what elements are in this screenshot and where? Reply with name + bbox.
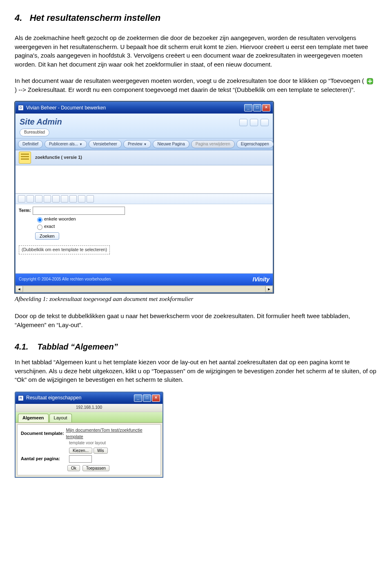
paragraph-2: In het document waar de resultaten weerg… [15,76,377,94]
eigenschappen-button[interactable]: Eigenschappen [236,140,274,149]
screenshot-resultaat-eigenschappen: R Resultaat eigenschappen _ □ × 192.168.… [15,392,163,478]
win2-close-button[interactable]: × [152,394,160,402]
help-icon[interactable] [261,119,269,126]
toepassen-button[interactable]: Toepassen [82,465,109,471]
zoeken-button[interactable]: Zoeken [35,232,59,240]
screenshot-vivian-beheer: D Vivian Beheer - Document bewerken _ □ … [15,101,274,293]
footer-bar: Copyright © 2004-2005 Alle rechten voorb… [16,274,273,285]
properties-panel: Document template: Mijn documenten/Tom t… [17,424,161,475]
tabstrip: Algemeen Layout [16,412,163,423]
plus-icon [367,78,373,85]
doc-template-label: Document template: [21,430,66,437]
paragraph-2a: In het document waar de resultaten weerg… [15,77,364,84]
subsection-heading: 4.1. Tabblad “Algemeen” [15,341,377,353]
canvas-top [16,165,273,194]
win2-maximize-button[interactable]: □ [143,394,151,402]
svg-rect-2 [368,81,372,82]
ok-button[interactable]: Ok [67,465,80,471]
rte-remove-icon[interactable] [27,195,34,203]
scroll-track[interactable] [23,286,265,292]
term-label: Term: [19,207,31,214]
paragraph-1: Als de zoekmachine heeft gezocht op de z… [15,33,377,69]
note-icon [19,151,31,164]
search-form: Term: enkele woorden exact Zoeken (Dubbe… [16,204,273,258]
wis-button[interactable]: Wis [94,448,108,454]
section-heading: 4. Het resultatenscherm instellen [15,11,377,25]
section-title-text: Het resultatenscherm instellen [30,13,160,23]
scroll-right-button[interactable]: ► [265,286,273,292]
rte-moveup-icon[interactable] [52,195,60,203]
minimize-button[interactable]: _ [244,104,252,111]
preview-button[interactable]: Preview▼ [123,140,151,149]
main-toolbar: Definitief Publiceren als...▼ Versiebehe… [16,138,273,151]
paragraph-4: In het tabblad “Algemeen kunt u het temp… [15,358,377,384]
breadcrumb[interactable]: Bureaublad [20,129,49,136]
nieuwe-pagina-button[interactable]: Nieuwe Pagina [153,140,189,149]
paragraph-3: Door op de tekst te dubbelklikken gaat u… [15,312,377,330]
ivinity-logo: IVinity [253,275,270,283]
doc-template-value: Mijn documenten/Tom test/zoekfunctie tem… [66,427,155,440]
window-title: Vivian Beheer - Document bewerken [26,105,106,111]
rte-undo-icon[interactable] [35,195,42,203]
editor-toolbar [16,194,273,204]
site-admin-logo: Site Admin [20,116,269,128]
publiceren-button[interactable]: Publiceren als...▼ [45,140,87,149]
tab-algemeen[interactable]: Algemeen [18,414,49,422]
radio-exact-label: exact [44,223,55,230]
dblclick-placeholder[interactable]: (Dubbelklik om een template te selectere… [19,245,110,254]
copyright-text: Copyright © 2004-2005 Alle rechten voorb… [19,276,112,283]
aantal-label: Aantal per pagina: [21,456,69,462]
app-icon: D [18,105,24,111]
subsection-number: 4.1. [15,342,28,351]
canvas-bottom [16,258,273,274]
window2-title: Resultaat eigenschappen [26,394,81,401]
pagina-verwijderen-button[interactable]: Pagina verwijderen [191,140,235,149]
document-tab-bar: zoekfunctie ( versie 1) [16,150,273,165]
term-input[interactable] [33,207,125,215]
app2-icon: R [18,395,24,401]
aantal-input[interactable] [69,455,92,463]
rte-redo-icon[interactable] [44,195,51,203]
rte-movedown-icon[interactable] [61,195,68,203]
section-number: 4. [15,13,22,23]
rte-view-icon[interactable] [78,195,85,203]
kiezen-button[interactable]: Kiezen... [69,448,92,454]
radio-exact[interactable] [37,225,42,230]
subsection-title-text: Tabblad “Algemeen” [38,342,118,351]
definitief-button[interactable]: Definitief [18,140,43,149]
versiebeheer-button[interactable]: Versiebeheer [89,140,122,149]
win2-minimize-button[interactable]: _ [134,394,142,402]
address-bar: 192.168.1.100 [16,404,163,412]
window-titlebar: D Vivian Beheer - Document bewerken _ □ … [16,102,273,114]
document-tab-label[interactable]: zoekfunctie ( versie 1) [35,154,82,161]
rte-props-icon[interactable] [69,195,77,203]
window2-titlebar: R Resultaat eigenschappen _ □ × [16,392,163,404]
paragraph-2b: ) --> Zoekresultaat. Er wordt nu een com… [15,86,355,93]
user-icon[interactable] [239,119,247,126]
rte-extra-icon[interactable] [87,195,94,203]
tab-layout[interactable]: Layout [49,414,72,422]
radio-enkele-woorden[interactable] [37,217,42,223]
close-button[interactable]: × [262,104,270,111]
figure-caption-1: Afbeelding 1: zoekresultaat toegevoegd a… [15,295,377,304]
scroll-left-button[interactable]: ◄ [16,286,23,292]
doc-template-sub: template voor layout [69,440,157,446]
horizontal-scrollbar[interactable]: ◄ ► [16,285,273,292]
rte-add-icon[interactable] [18,195,25,203]
admin-header: Site Admin Bureaublad [16,114,273,138]
mail-icon[interactable] [250,119,258,126]
radio-enkele-label: enkele woorden [44,216,76,223]
maximize-button[interactable]: □ [253,104,261,111]
